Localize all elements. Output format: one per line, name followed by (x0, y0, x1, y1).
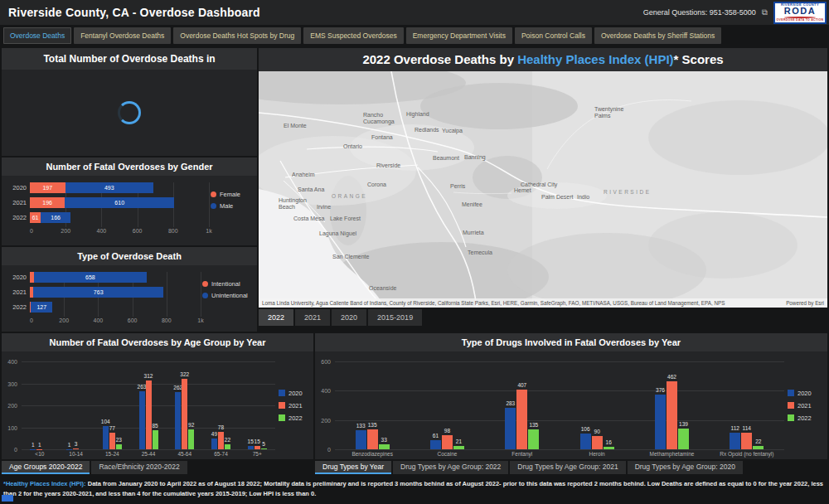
axis-category-label: Benzodiazepines (335, 449, 410, 459)
nav-tab-fentanyl-overdose-deaths[interactable]: Fentanyl Overdose Deaths (74, 27, 171, 44)
footnote-text: Data from January 2020 to April 2022 as … (3, 480, 823, 497)
x-axis-categories: BenzodiazepinesCocaineFentanylHeroinMeth… (335, 449, 784, 459)
subtab-drug-types-by-age-group-2020[interactable]: Drug Types by Age Group: 2020 (628, 461, 743, 474)
bar-value-label: 322 (180, 371, 189, 377)
subtab-drug-types-by-year[interactable]: Drug Types by Year (315, 461, 391, 474)
footnote: *Healthy Places Index (HPI): Data from J… (3, 479, 826, 499)
city-label-san-clemente: San Clemente (332, 254, 369, 259)
map-year-tab-2022[interactable]: 2022 (259, 309, 293, 326)
legend-swatch (202, 281, 208, 287)
legend-item-2020: 2020 (279, 390, 313, 397)
subtab-age-groups-2020-2022[interactable]: Age Groups 2020-2022 (2, 461, 90, 474)
legend-label: 2022 (797, 414, 812, 422)
bar-2021: 90 (592, 436, 603, 449)
bar-value-label: 21 (456, 439, 462, 444)
city-label-irvine: Irvine (317, 204, 331, 210)
city-label-santa-ana: Santa Ana (298, 187, 324, 192)
nav-tab-poison-control-calls[interactable]: Poison Control Calls (515, 27, 592, 44)
map-year-tab-2020[interactable]: 2020 (332, 309, 366, 326)
drugs-chart: 0200400600 13313533619821283407135106901… (315, 351, 827, 459)
chart-row-2021: 2021763 (30, 287, 201, 298)
legend-swatch (279, 390, 285, 396)
city-label-banning: Banning (464, 154, 486, 161)
axis-tick-label: 400 (7, 359, 17, 365)
nav-tab-emergency-department-visits[interactable]: Emergency Department Visits (406, 27, 512, 44)
axis-tick-label: 0 (30, 228, 33, 234)
terrain-patch (648, 212, 797, 279)
city-label-menifee: Menifee (462, 201, 482, 207)
bar-value-label: 114 (743, 425, 751, 431)
axis-tick-label: 800 (162, 317, 172, 323)
legend-label: 2021 (288, 402, 303, 410)
axis-category-label: 75+ (239, 449, 275, 459)
map-year-tab-2021[interactable]: 2021 (295, 309, 330, 326)
city-label-anaheim: Anaheim (292, 172, 315, 177)
bar-2022: 139 (678, 429, 689, 449)
panel-gender-title: Number of Fatal Overdoses by Gender (2, 158, 257, 176)
map-year-tabs: 2022202120202015-2019 (259, 309, 422, 326)
bar-value-label: 78 (218, 424, 224, 430)
powered-by-esri[interactable]: Powered by Esri (779, 298, 824, 308)
city-label-murrieta: Murrieta (463, 230, 484, 235)
chart-row-2020: 2020658 (30, 272, 201, 283)
panel-age-groups: Number of Fatal Overdoses by Age Group b… (2, 333, 313, 476)
legend-swatch (788, 402, 794, 409)
axis-category-label: 2021 (5, 288, 27, 296)
subtab-drug-types-by-age-group-2022[interactable]: Drug Types by Age Group: 2022 (393, 461, 508, 474)
bar-value-label: 1 (32, 442, 35, 448)
chart-rows: 202065820217632022127 (30, 272, 201, 317)
axis-category-label: 10-14 (58, 449, 95, 459)
axis-tick-label: 1k (197, 317, 203, 323)
map-title-prefix: 2022 Overdose Deaths by (362, 52, 517, 66)
city-label-beaumont: Beaumont (433, 155, 459, 161)
panel-type-title: Type of Overdose Death (2, 247, 257, 265)
bar-segment-female: 197 (30, 182, 65, 193)
bar-value-label: 112 (731, 425, 739, 431)
bar-segment-unintentional: 658 (34, 272, 147, 283)
bar-value-label: 90 (594, 429, 600, 434)
nav-tab-overdose-deaths-by-sheriff-stations[interactable]: Overdose Deaths by Sheriff Stations (594, 27, 721, 44)
legend-swatch (279, 414, 285, 421)
panel-drug-types: Type of Drugs Involved in Fatal Overdose… (315, 333, 827, 476)
axis-tick-label: 400 (97, 228, 107, 234)
city-label-ontario: Ontario (343, 143, 362, 149)
gender-chart: 20201974932021196610202261166 0200400600… (2, 176, 257, 245)
panel-total-body (2, 70, 257, 156)
county-label-riverside: RIVERSIDE (604, 189, 652, 195)
axis-category-label: 2022 (5, 214, 27, 221)
bar-value-label: 104 (101, 419, 110, 424)
axis-tick-label: 600 (133, 228, 143, 234)
logo-text-main: RODA (784, 7, 816, 16)
chart-row-2020: 2020197493 (30, 182, 209, 193)
bar-2020: 49 (211, 439, 217, 449)
bar-value-label: 92 (188, 422, 194, 428)
bar-value-label: 77 (109, 425, 115, 431)
bar-2020: 263 (139, 391, 145, 449)
drug-subtabs: Drug Types by YearDrug Types by Age Grou… (315, 459, 827, 476)
bar-segment-unintentional: 127 (31, 302, 52, 313)
panel-map: 2022 Overdose Deaths by Healthy Places I… (259, 48, 827, 326)
legend-swatch (211, 203, 216, 209)
nav-tab-overdose-deaths-hot-spots-by-drug[interactable]: Overdose Deaths Hot Spots by Drug (173, 27, 301, 44)
bar-value-label: 85 (152, 423, 158, 429)
bar-value-label: 98 (444, 428, 450, 434)
nav-tab-overdose-deaths[interactable]: Overdose Deaths (3, 27, 71, 44)
external-link-icon[interactable]: ⧉ (762, 7, 768, 17)
map-year-tab-2015-2019[interactable]: 2015-2019 (368, 309, 422, 326)
nav-tab-ems-suspected-overdoses[interactable]: EMS Suspected Overdoses (303, 27, 403, 44)
bar-value-label: 61 (433, 433, 439, 439)
header-bar: Riverside County, CA - Overdose Dashboar… (0, 0, 829, 25)
legend-item-2021: 2021 (788, 402, 827, 410)
legend-label: 2020 (797, 390, 812, 397)
bar-2020: 133 (356, 430, 366, 449)
panel-gender: Number of Fatal Overdoses by Gender 2020… (2, 158, 257, 245)
bar-group-benzodiazepines: 13313533 (335, 361, 410, 449)
legend-item-male: Male (211, 202, 255, 210)
bar-group-methamphetamine: 376462139 (634, 361, 709, 449)
subtab-drug-types-by-age-group-2021[interactable]: Drug Types by Age Group: 2021 (510, 461, 625, 474)
map-canvas[interactable]: El MonteRanchoCucamongaFontanaOntarioHig… (259, 71, 827, 308)
bar-segment-male: 610 (65, 197, 174, 208)
city-label-hemet: Hemet (514, 187, 531, 193)
x-axis: 02004006008001k (30, 228, 209, 236)
subtab-race-ethnicity-2020-2022[interactable]: Race/Ethnicity 2020-2022 (91, 461, 187, 474)
